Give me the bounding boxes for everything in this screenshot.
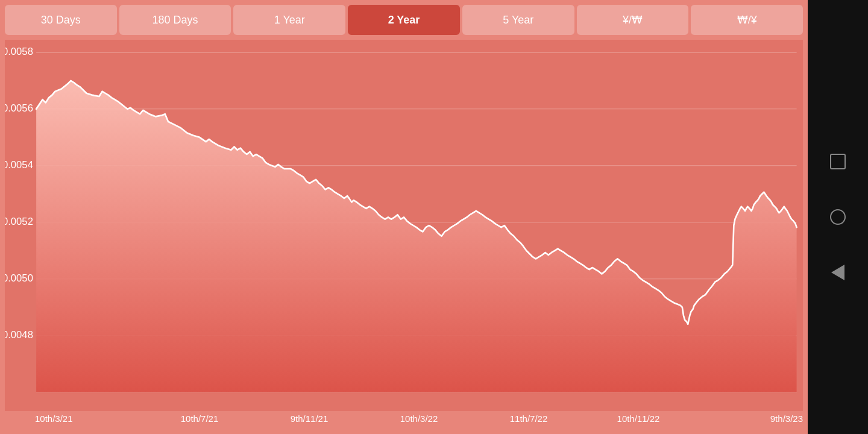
price-chart: 0.0058 0.0056 0.0054 0.0052 0.0050 0.004… xyxy=(5,40,803,411)
circle-icon[interactable] xyxy=(828,207,848,227)
x-label-0: 10th/3/21 xyxy=(35,414,145,429)
svg-text:0.0058: 0.0058 xyxy=(5,46,33,57)
btn-2year[interactable]: 2 Year xyxy=(348,5,460,35)
btn-180days[interactable]: 180 Days xyxy=(119,5,231,35)
svg-text:0.0052: 0.0052 xyxy=(5,216,33,227)
chart-wrapper: 0.0058 0.0056 0.0054 0.0052 0.0050 0.004… xyxy=(5,40,803,411)
square-icon[interactable] xyxy=(828,152,848,171)
x-label-5: 10th/11/22 xyxy=(583,414,693,429)
x-label-4: 11th/7/22 xyxy=(474,414,583,429)
x-label-2: 9th/11/21 xyxy=(254,414,364,429)
x-axis-labels: 10th/3/21 10th/7/21 9th/11/21 10th/3/22 … xyxy=(5,411,803,429)
btn-yen-won[interactable]: ¥/₩ xyxy=(577,5,689,35)
x-label-6: 9th/3/23 xyxy=(693,414,803,429)
x-label-3: 10th/3/22 xyxy=(364,414,474,429)
btn-1year[interactable]: 1 Year xyxy=(233,5,345,35)
app-container: 30 Days180 Days1 Year2 Year5 Year¥/₩₩/¥ xyxy=(0,0,808,434)
triangle-icon[interactable] xyxy=(828,263,848,282)
android-sidebar xyxy=(808,0,868,434)
chart-container: 0.0058 0.0056 0.0054 0.0052 0.0050 0.004… xyxy=(5,40,803,429)
btn-5year[interactable]: 5 Year xyxy=(462,5,574,35)
svg-text:0.0050: 0.0050 xyxy=(5,272,33,284)
btn-won-yen[interactable]: ₩/¥ xyxy=(691,5,803,35)
svg-text:0.0056: 0.0056 xyxy=(5,102,33,114)
svg-text:0.0048: 0.0048 xyxy=(5,329,33,341)
btn-30days[interactable]: 30 Days xyxy=(5,5,117,35)
x-label-1: 10th/7/21 xyxy=(145,414,254,429)
toolbar: 30 Days180 Days1 Year2 Year5 Year¥/₩₩/¥ xyxy=(0,0,808,40)
svg-text:0.0054: 0.0054 xyxy=(5,159,33,171)
